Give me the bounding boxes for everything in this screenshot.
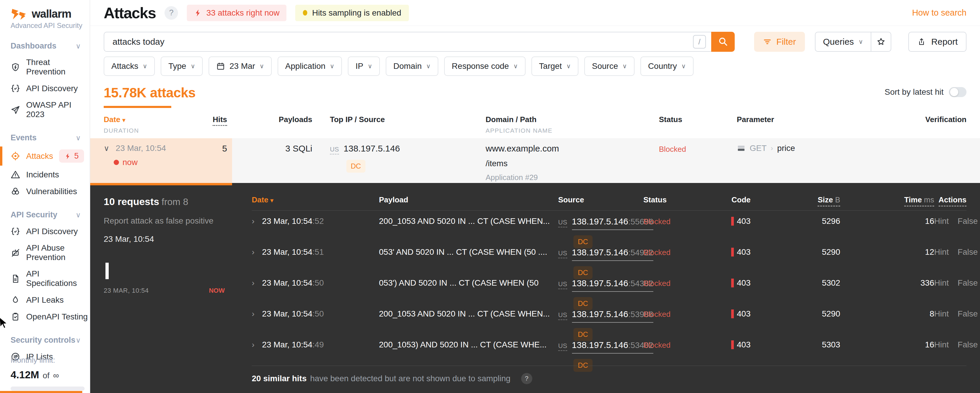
filter-chip[interactable]: Country ∨ bbox=[640, 56, 693, 76]
code-severity-bar bbox=[731, 310, 734, 318]
search-button[interactable] bbox=[711, 32, 735, 52]
false-action[interactable]: False bbox=[958, 217, 978, 226]
request-date-cell[interactable]: › 23 Mar, 10:54:52 bbox=[252, 217, 379, 226]
sidebar-section[interactable]: API Security ∨ bbox=[11, 210, 90, 219]
sidebar-item[interactable]: API Discovery bbox=[11, 80, 90, 97]
filter-chip[interactable]: Type ∨ bbox=[161, 56, 203, 76]
filter-chip[interactable]: Domain ∨ bbox=[386, 56, 438, 76]
source-ip[interactable]: 138.197.5.146 bbox=[344, 144, 400, 153]
path[interactable]: /items bbox=[485, 159, 659, 168]
sidebar-section[interactable]: Security controls ∨ bbox=[11, 335, 90, 345]
search-box[interactable]: / bbox=[104, 32, 711, 52]
domain[interactable]: www.example.com bbox=[485, 144, 659, 153]
column-header-time[interactable]: Time ms bbox=[904, 195, 934, 204]
source-ip-link[interactable]: 138.197.5.146:54922 bbox=[572, 248, 654, 261]
request-row[interactable]: › 23 Mar, 10:54:50 200_1053 AND 5020 IN … bbox=[252, 303, 966, 334]
filter-chip[interactable]: Application ∨ bbox=[278, 56, 342, 76]
source-ip-link[interactable]: 138.197.5.146:54382 bbox=[572, 278, 654, 292]
filter-chip[interactable]: Attacks ∨ bbox=[104, 56, 155, 76]
chevron-right-icon[interactable]: › bbox=[252, 340, 255, 349]
column-header-size[interactable]: Size B bbox=[818, 195, 840, 204]
hint-action[interactable]: Hint bbox=[934, 278, 949, 288]
sidebar-item-label: OpenAPI Testing bbox=[26, 312, 88, 321]
chevron-right-icon[interactable]: › bbox=[252, 248, 255, 257]
filter-button[interactable]: Filter bbox=[754, 32, 805, 52]
source-ip-link[interactable]: 138.197.5.146:55696 bbox=[572, 217, 654, 230]
request-row[interactable]: › 23 Mar, 10:54:52 200_1053 AND 5020 IN … bbox=[252, 211, 966, 241]
search-input[interactable] bbox=[113, 37, 693, 47]
sort-desc-icon: ▾ bbox=[123, 117, 126, 123]
country-code[interactable]: US bbox=[330, 145, 339, 155]
source-ip-link[interactable]: 138.197.5.146:53402 bbox=[572, 340, 654, 353]
logo[interactable]: wallarm bbox=[11, 8, 90, 20]
how-to-search-link[interactable]: How to search bbox=[912, 8, 966, 18]
request-row[interactable]: › 23 Mar, 10:54:50 053') AND 5020 IN ...… bbox=[252, 272, 966, 303]
false-action[interactable]: False bbox=[958, 278, 978, 288]
false-action[interactable]: False bbox=[958, 340, 978, 350]
sidebar-item[interactable]: API Discovery bbox=[11, 223, 90, 240]
sidebar-item[interactable]: Attacks 5 bbox=[11, 146, 90, 166]
false-action[interactable]: False bbox=[958, 248, 978, 257]
report-button[interactable]: Report bbox=[908, 32, 966, 52]
chevron-down-icon: ∨ bbox=[143, 63, 147, 70]
request-row[interactable]: › 23 Mar, 10:54:49 200_1053) AND 5020 IN… bbox=[252, 334, 966, 365]
sidebar-section[interactable]: Dashboards ∨ bbox=[11, 42, 90, 51]
column-header-source: Top IP / Source bbox=[312, 115, 485, 124]
filter-chip[interactable]: Response code ∨ bbox=[444, 56, 525, 76]
sidebar-item[interactable]: API Abuse Prevention bbox=[11, 240, 90, 266]
column-header-actions[interactable]: Actions bbox=[939, 195, 966, 204]
attack-row-expanded[interactable]: ∨ 23 Mar, 10:54 now 5 3 SQLi US 138.197.… bbox=[104, 138, 966, 183]
request-row[interactable]: › 23 Mar, 10:54:51 053' AND 5020 IN ... … bbox=[252, 241, 966, 272]
country-code[interactable]: US bbox=[558, 249, 567, 258]
help-icon[interactable]: ? bbox=[521, 373, 532, 384]
help-icon[interactable]: ? bbox=[164, 6, 178, 20]
report-false-positive-link[interactable]: Report attack as false positive bbox=[104, 216, 242, 225]
sidebar-item[interactable]: OpenAPI Testing bbox=[11, 308, 90, 325]
request-date-cell[interactable]: › 23 Mar, 10:54:50 bbox=[252, 278, 379, 288]
sidebar-section[interactable]: Events ∨ bbox=[11, 133, 90, 142]
column-header-date[interactable]: Date ▾ DURATION bbox=[104, 115, 192, 134]
filter-chip[interactable]: IP ∨ bbox=[348, 56, 380, 76]
chevron-right-icon[interactable]: › bbox=[252, 309, 255, 318]
country-code[interactable]: US bbox=[558, 280, 567, 289]
chevron-down-icon: ∨ bbox=[75, 336, 81, 345]
false-action[interactable]: False bbox=[958, 309, 978, 319]
sidebar-item[interactable]: Incidents bbox=[11, 166, 90, 183]
sidebar-item[interactable]: OWASP API 2023 bbox=[11, 97, 90, 123]
status-cell: Blocked bbox=[643, 217, 702, 226]
sidebar-item[interactable]: API Leaks bbox=[11, 292, 90, 308]
request-date-cell[interactable]: › 23 Mar, 10:54:49 bbox=[252, 340, 379, 350]
chevron-right-icon[interactable]: › bbox=[252, 217, 255, 225]
request-date-cell[interactable]: › 23 Mar, 10:54:51 bbox=[252, 248, 379, 257]
column-header-date[interactable]: Date ▾ bbox=[252, 195, 379, 204]
country-code[interactable]: US bbox=[558, 342, 567, 351]
sidebar-item[interactable]: API Specifications bbox=[11, 266, 90, 292]
hint-action[interactable]: Hint bbox=[934, 309, 949, 319]
attacks-right-now-badge[interactable]: 33 attacks right now bbox=[187, 5, 286, 21]
sort-by-latest-hit-toggle[interactable] bbox=[949, 87, 966, 97]
chevron-down-icon: ∨ bbox=[368, 63, 372, 70]
code-cell: 403 bbox=[731, 248, 751, 257]
hint-action[interactable]: Hint bbox=[934, 340, 949, 350]
attacks-count: 5 bbox=[74, 152, 79, 161]
queries-dropdown[interactable]: Queries ∨ bbox=[816, 32, 871, 51]
sidebar-item[interactable]: Threat Prevention bbox=[11, 54, 90, 80]
source-ip-link[interactable]: 138.197.5.146:53986 bbox=[572, 309, 654, 323]
filter-chip[interactable]: 23 Mar ∨ bbox=[208, 56, 272, 76]
request-date-cell[interactable]: › 23 Mar, 10:54:50 bbox=[252, 309, 379, 319]
chevron-right-icon[interactable]: › bbox=[252, 278, 255, 288]
chevron-down-icon[interactable]: ∨ bbox=[104, 144, 109, 153]
detail-title: 10 requestsfrom 8 bbox=[104, 196, 242, 208]
hint-action[interactable]: Hint bbox=[934, 217, 949, 226]
column-header-hits[interactable]: Hits bbox=[213, 115, 227, 124]
country-code[interactable]: US bbox=[558, 219, 567, 227]
filter-chip[interactable]: Target ∨ bbox=[531, 56, 578, 76]
sidebar-item[interactable]: Vulnerabilities bbox=[11, 183, 90, 200]
star-icon bbox=[876, 37, 886, 46]
favorite-query-button[interactable] bbox=[871, 32, 891, 51]
hint-action[interactable]: Hint bbox=[934, 248, 949, 257]
country-code[interactable]: US bbox=[558, 311, 567, 320]
sidebar-item-icon bbox=[11, 295, 20, 305]
filter-chip[interactable]: Source ∨ bbox=[584, 56, 635, 76]
attack-date-cell[interactable]: ∨ 23 Mar, 10:54 now bbox=[104, 144, 192, 167]
